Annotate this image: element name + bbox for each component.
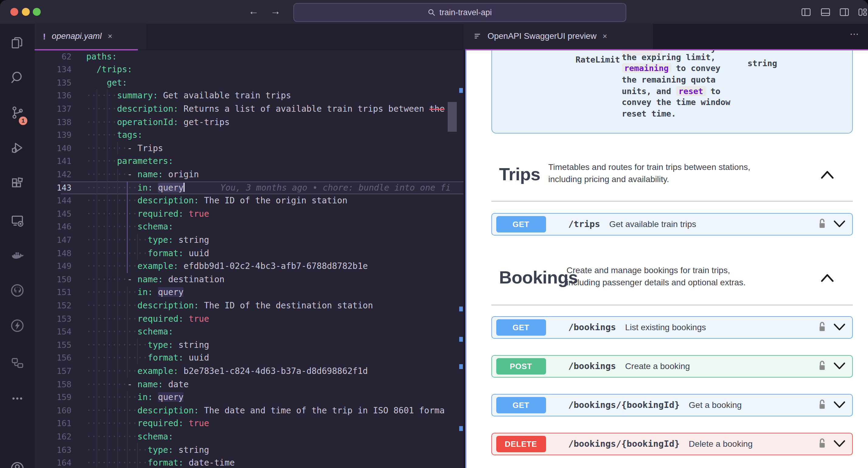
- code-line-146[interactable]: 146··········schema:: [34, 221, 463, 234]
- layout-sidebar-right-icon[interactable]: [839, 7, 850, 18]
- panel-edge-line: [465, 50, 466, 468]
- extensions-icon[interactable]: [10, 176, 25, 191]
- zoom-window-button[interactable]: [33, 8, 41, 16]
- code-line-143[interactable]: 143··········in: queryYou, 3 months ago …: [34, 181, 463, 194]
- code-line-152[interactable]: 152··········description: The ID of the …: [34, 299, 463, 312]
- unlocked-padlock-icon[interactable]: [817, 217, 827, 231]
- operation-row-get--bookings[interactable]: GET /bookings List existing bookings: [491, 316, 852, 338]
- line-number: 154: [34, 326, 71, 339]
- code-line-62[interactable]: 62paths:: [34, 50, 463, 63]
- code-line-151[interactable]: 151··········in: query: [34, 286, 463, 299]
- code-line-155[interactable]: 155············type: string: [34, 339, 463, 352]
- code-line-137[interactable]: 137······description: Returns a list of …: [34, 103, 463, 115]
- close-icon[interactable]: ×: [602, 32, 607, 41]
- operation-path: /trips: [568, 219, 600, 229]
- line-number: 151: [34, 286, 71, 299]
- code-line-163[interactable]: 163············type: string: [34, 443, 463, 457]
- code-line-150[interactable]: 150········- name: destination: [34, 273, 463, 286]
- section-title-trips[interactable]: Trips: [499, 164, 540, 184]
- code-line-135[interactable]: 135 get:: [34, 76, 463, 90]
- tab-openapi-yaml[interactable]: ! openapi.yaml ×: [34, 24, 146, 49]
- operation-row-delete--bookings-bookingId-[interactable]: DELETE /bookings/{bookingId} Delete a bo…: [491, 433, 852, 455]
- code-line-158[interactable]: 158········- name: date: [34, 378, 463, 391]
- expand-chevron-down-icon[interactable]: [833, 401, 846, 409]
- line-number: 147: [34, 234, 71, 247]
- more-icon[interactable]: [10, 391, 25, 406]
- layout-customize-icon[interactable]: [857, 7, 868, 18]
- line-number: 157: [34, 365, 71, 378]
- code-line-142[interactable]: 142········- name: origin: [34, 168, 463, 181]
- remote-explorer-icon[interactable]: [10, 213, 25, 228]
- tab-label: OpenAPI SwaggerUI preview: [488, 32, 596, 41]
- search-icon[interactable]: [10, 70, 25, 85]
- flowchart-icon[interactable]: [10, 355, 25, 370]
- code-editor[interactable]: 62paths:134 /trips:135 get:136······summ…: [34, 50, 463, 468]
- code-line-164[interactable]: 164············format: date-time: [34, 457, 463, 468]
- editor-scrollbar-thumb[interactable]: [447, 102, 457, 131]
- code-text: ············type: string: [86, 339, 209, 352]
- thunder-client-icon[interactable]: [10, 318, 25, 333]
- code-line-136[interactable]: 136······summary: Get available train tr…: [34, 90, 463, 103]
- code-line-149[interactable]: 149··········example: efdbb9d1-02c2-4bc3…: [34, 260, 463, 273]
- code-line-153[interactable]: 153··········required: true: [34, 312, 463, 325]
- code-line-154[interactable]: 154··········schema:: [34, 326, 463, 339]
- more-actions-icon[interactable]: ⋯: [850, 29, 860, 39]
- layout-sidebar-left-icon[interactable]: [801, 7, 811, 18]
- line-number: 137: [34, 103, 71, 115]
- account-icon[interactable]: [10, 461, 25, 468]
- expand-chevron-down-icon[interactable]: [833, 220, 846, 228]
- unlocked-padlock-icon[interactable]: [817, 321, 827, 334]
- expand-chevron-down-icon[interactable]: [833, 362, 846, 370]
- operation-row-get--bookings-bookingId-[interactable]: GET /bookings/{bookingId} Get a booking: [491, 394, 852, 416]
- code-text: ··········required: true: [86, 312, 209, 325]
- line-number: 158: [34, 378, 71, 391]
- code-line-148[interactable]: 148············format: uuid: [34, 247, 463, 260]
- code-line-147[interactable]: 147············type: string: [34, 234, 463, 247]
- operation-path: /bookings: [568, 361, 616, 371]
- operation-row-get--trips[interactable]: GET /trips Get available train trips: [491, 213, 852, 235]
- search-icon: [428, 8, 436, 16]
- method-badge: GET: [496, 319, 546, 335]
- docker-icon[interactable]: [10, 248, 25, 263]
- line-number: 150: [34, 273, 71, 286]
- collapse-chevron-up-icon[interactable]: [820, 170, 834, 179]
- code-line-161[interactable]: 161··········required: true: [34, 417, 463, 430]
- close-window-button[interactable]: [10, 8, 18, 16]
- unlocked-padlock-icon[interactable]: [817, 398, 827, 411]
- code-text: /trips:: [86, 63, 132, 76]
- expand-chevron-down-icon[interactable]: [833, 439, 846, 448]
- operation-summary: Get a booking: [689, 400, 742, 410]
- run-debug-icon[interactable]: [10, 140, 25, 156]
- minimize-window-button[interactable]: [22, 8, 29, 16]
- code-text: ··········in: query: [86, 286, 183, 299]
- back-arrow[interactable]: ←: [248, 5, 259, 18]
- unlocked-padlock-icon[interactable]: [817, 437, 827, 450]
- code-line-139[interactable]: 139······tags:: [34, 129, 463, 142]
- code-line-156[interactable]: 156············format: uuid: [34, 352, 463, 365]
- code-line-162[interactable]: 162··········schema:: [34, 430, 463, 443]
- code-line-134[interactable]: 134 /trips:: [34, 63, 463, 76]
- overview-ruler-mark: [459, 426, 463, 431]
- code-line-160[interactable]: 160··········description: The date and t…: [34, 404, 463, 417]
- code-line-140[interactable]: 140········- Trips: [34, 142, 463, 155]
- code-line-157[interactable]: 157··········example: b2e783e1-c824-4d63…: [34, 365, 463, 378]
- forward-arrow[interactable]: →: [270, 5, 281, 18]
- code-line-141[interactable]: 141······parameters:: [34, 155, 463, 168]
- explorer-icon[interactable]: [10, 35, 25, 51]
- unlocked-padlock-icon[interactable]: [817, 359, 827, 373]
- code-line-145[interactable]: 145··········required: true: [34, 208, 463, 221]
- code-line-138[interactable]: 138······operationId: get-trips: [34, 115, 463, 129]
- tab-openapi-preview[interactable]: OpenAPI SwaggerUI preview ×: [465, 24, 653, 49]
- code-line-159[interactable]: 159··········in: query: [34, 391, 463, 404]
- section-title-bookings[interactable]: Bookings: [499, 267, 578, 288]
- layout-panel-icon[interactable]: [820, 7, 831, 18]
- editor-tab-bar: ! openapi.yaml ×: [34, 24, 463, 50]
- code-line-144[interactable]: 144··········description: The ID of the …: [34, 195, 463, 208]
- expand-chevron-down-icon[interactable]: [833, 323, 846, 331]
- operation-row-post--bookings[interactable]: POST /bookings Create a booking: [491, 355, 852, 377]
- github-icon[interactable]: [10, 283, 25, 298]
- close-icon[interactable]: ×: [108, 32, 112, 41]
- code-text: ··········in: query: [86, 391, 183, 404]
- collapse-chevron-up-icon[interactable]: [820, 273, 834, 282]
- command-center-search[interactable]: train-travel-api: [293, 3, 626, 22]
